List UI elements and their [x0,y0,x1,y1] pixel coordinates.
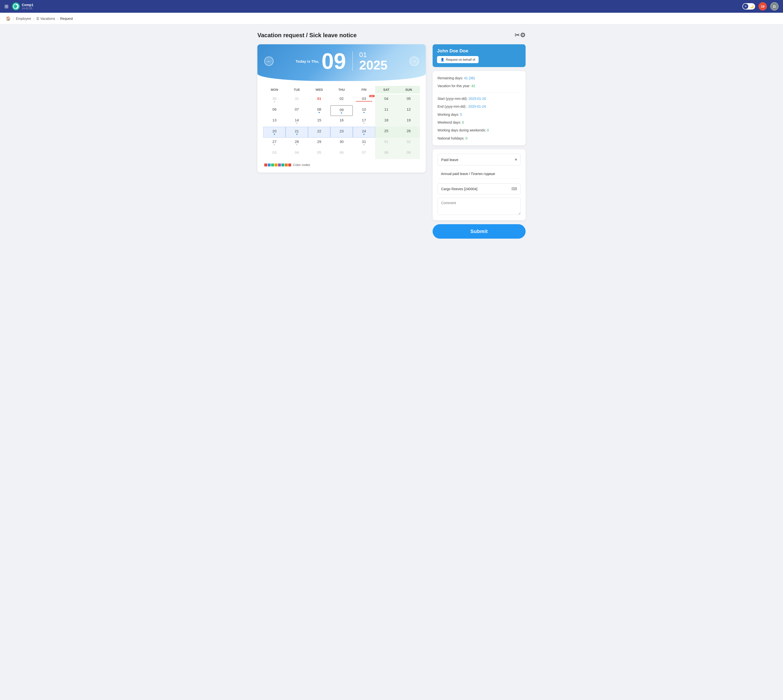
cal-day-14[interactable]: 14 [286,116,308,127]
cal-day-02-next[interactable]: 02 [398,138,420,148]
cal-day-02[interactable]: 02 [330,95,353,105]
cal-day-27[interactable]: 27 [263,138,286,148]
cal-day-22-selected[interactable]: 22 [308,127,330,138]
employee-label: Cargo Reeves [240004] [441,187,477,191]
calendar-grid: MON TUE WED THU FRI SAT SUN 30 31 01 02 … [257,83,426,159]
leave-type-option[interactable]: Annual paid leave / Платен годише [438,169,521,179]
cal-day-31-prev[interactable]: 31 [286,95,308,105]
remaining-days-row: Remaining days: 41 (36) [438,75,521,81]
cal-day-16[interactable]: 16 [330,116,353,127]
cal-day-25[interactable]: 25 [375,127,397,138]
vacation-value: 42 [471,84,475,88]
app-name: Comp1 [22,3,33,7]
cal-day-30[interactable]: 30 [330,138,353,148]
calendar-header: ← Today is Thu, 09 01 2025 → [257,44,426,81]
info-card: Remaining days: 41 (36) Vacation for thi… [433,71,526,145]
remaining-value[interactable]: 41 (36) [464,76,475,80]
calendar-prev-button[interactable]: ← [264,57,273,66]
cal-day-07[interactable]: 07 [286,105,308,116]
list-icon: ☰ [36,17,40,20]
working-days-row: Working days: 5 [438,112,521,117]
cal-day-21-selected[interactable]: 21 [286,127,308,138]
vacation-label: Vacation for this year: [438,84,470,88]
calendar-next-button[interactable]: → [410,57,419,66]
cal-day-08[interactable]: 08 [308,105,330,116]
start-value[interactable]: 2025-01-20 [468,97,486,101]
cal-day-24-selected[interactable]: 24 [353,127,375,138]
cal-day-11[interactable]: 11 [375,105,397,116]
app-time: 14:42:25 [22,7,33,10]
user-name: John Doe Doe [437,48,521,53]
working-weekend-label: Working days during weekends: [438,128,486,132]
national-label: National holidays: [438,136,465,140]
cal-day-15[interactable]: 15 [308,116,330,127]
cal-day-12[interactable]: 12 [398,105,420,116]
cal-day-10[interactable]: 10 [353,105,375,116]
cal-day-09-next[interactable]: 09 [398,148,420,159]
leave-type-dropdown[interactable]: Paid leave ▾ [438,154,521,165]
employee-field[interactable]: Cargo Reeves [240004] ⌨ [438,183,521,194]
weekday-thu: THU [330,86,353,93]
cal-day-01-next[interactable]: 01 [375,138,397,148]
cal-day-13[interactable]: 13 [263,116,286,127]
cal-day-01[interactable]: 01 [308,95,330,105]
end-value[interactable]: 2025-01-24 [468,105,486,108]
cal-day-09-today[interactable]: 09 [330,105,353,116]
form-card: Paid leave ▾ Annual paid leave / Платен … [433,149,526,220]
start-label: Start (yyyy-mm-dd): [438,97,468,101]
cal-day-08-next[interactable]: 08 [375,148,397,159]
cal-day-28[interactable]: 28 [286,138,308,148]
cal-day-29[interactable]: 29 [308,138,330,148]
remaining-label: Remaining days: [438,76,463,80]
cal-day-17[interactable]: 17 [353,116,375,127]
cal-day-19[interactable]: 19 [398,116,420,127]
cal-day-20-selected[interactable]: 20 [263,127,286,138]
submit-button[interactable]: Submit [433,224,526,238]
national-holidays-row: National holidays: 0 [438,136,521,141]
color-teal [282,163,284,167]
cal-day-31[interactable]: 31 [353,138,375,148]
user-avatar[interactable]: D [770,2,779,10]
working-value: 5 [460,113,462,117]
notification-badge[interactable]: 19 [758,2,767,10]
vacation-year-row: Vacation for this year: 42 [438,83,521,88]
cal-day-06[interactable]: 06 [263,105,286,116]
comment-input[interactable] [438,198,521,215]
cal-day-18[interactable]: 18 [375,116,397,127]
cal-day-04[interactable]: 04 [375,95,397,105]
cal-day-06-next[interactable]: 06 [330,148,353,159]
calendar-month-year: 01 2025 [359,51,388,72]
cal-day-05[interactable]: 05 [398,95,420,105]
cal-day-03-next[interactable]: 03 [263,148,286,159]
grid-icon[interactable]: ⊞ [4,3,8,9]
working-weekend-row: Working days during weekends: 0 [438,128,521,133]
breadcrumb-sep-2: › [33,17,34,20]
breadcrumb-sep-1: › [13,17,14,20]
breadcrumb-vacations[interactable]: ☰ Vacations [36,17,55,20]
cal-day-05-next[interactable]: 05 [308,148,330,159]
leave-type-label: Paid leave [441,158,458,162]
breadcrumb-home[interactable]: 🏠 [6,16,11,21]
theme-light-icon: ☀ [743,4,748,9]
cal-day-03[interactable]: 03VAC [353,95,375,105]
color-codes[interactable]: Color codes [257,159,426,167]
cal-day-26[interactable]: 26 [398,127,420,138]
weekday-wed: WED [308,86,330,93]
weekend-label: Weekend days: [438,120,461,124]
theme-toggle[interactable]: ☀ 🌙 [742,3,755,10]
cal-day-23-selected[interactable]: 23 [330,127,353,138]
working-weekend-value: 0 [487,128,489,132]
cal-day-04-next[interactable]: 04 [286,148,308,159]
color-squares [264,163,291,167]
breadcrumb-employee[interactable]: Employee [16,17,31,20]
national-value: 0 [465,136,467,140]
main-content: Vacation request / Sick leave notice ✂⚙ … [250,25,533,245]
cal-day-07-next[interactable]: 07 [353,148,375,159]
calendar-divider [352,52,353,71]
end-label: End (yyyy-mm-dd) : [438,105,467,108]
tools-icon[interactable]: ✂⚙ [515,31,526,39]
request-behalf-button[interactable]: 👤 Request on behalf of [437,56,479,63]
behalf-label: Request on behalf of [446,58,475,62]
breadcrumb-sep-3: › [57,17,58,20]
cal-day-30-prev[interactable]: 30 [263,95,286,105]
